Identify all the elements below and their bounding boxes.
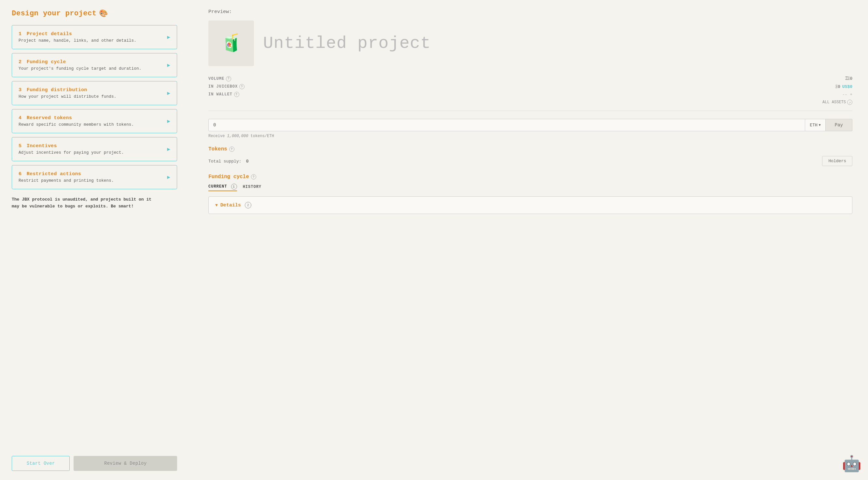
chevron-down-icon: ▼ (819, 123, 821, 127)
step-4-desc: Reward specific community members with t… (19, 122, 134, 127)
project-image: 🧃 (208, 21, 254, 66)
step-1-chevron: ▶ (167, 34, 170, 40)
tokens-row: Total supply: 0 Holders (208, 156, 852, 166)
step-6-desc: Restrict payments and printing tokens. (19, 178, 114, 183)
step-3-title: 3 Funding distribution (19, 87, 116, 93)
step-3-desc: How your project will distribute funds. (19, 94, 116, 99)
volume-row: VOLUME ? ΞΞ0 (208, 76, 852, 82)
step-3-card[interactable]: 3 Funding distribution How your project … (12, 81, 177, 105)
volume-info-icon[interactable]: ? (226, 76, 231, 82)
in-wallet-value: -- + (842, 92, 852, 97)
bottom-buttons: Start Over Review & Deploy (12, 456, 177, 471)
page-title: Design your project 🎨 (12, 9, 177, 18)
total-supply: Total supply: 0 (208, 158, 249, 164)
step-2-chevron: ▶ (167, 62, 170, 68)
pay-row: ETH ▼ Pay (208, 119, 852, 131)
holders-button[interactable]: Holders (822, 156, 852, 166)
step-5-desc: Adjust incentives for paying your projec… (19, 150, 124, 155)
volume-label: VOLUME ? (208, 76, 231, 82)
step-6-title: 6 Restricted actions (19, 171, 114, 177)
review-deploy-button: Review & Deploy (73, 456, 177, 471)
pay-hint: Receive 1,000,000 tokens/ETH (208, 134, 852, 139)
all-assets-row: ALL ASSETS ↗ (208, 100, 852, 105)
step-4-card[interactable]: 4 Reserved tokens Reward specific commun… (12, 109, 177, 133)
step-5-card[interactable]: 5 Incentives Adjust incentives for payin… (12, 137, 177, 161)
right-panel: Preview: 🧃 Untitled project VOLUME ? ΞΞ0 (189, 0, 868, 480)
fc-details-toggle[interactable]: ▼ Details 2 (215, 202, 845, 208)
page-title-text: Design your project (12, 9, 96, 18)
funding-cycle-section: Funding cycle ? CURRENT i HISTORY ▼ Deta… (208, 174, 852, 214)
project-header: 🧃 Untitled project (208, 21, 852, 66)
in-juicebox-usd-value: US$0 (842, 84, 852, 89)
volume-value: ΞΞ0 (845, 76, 852, 82)
step-5-chevron: ▶ (167, 146, 170, 152)
in-juicebox-eth-value: Ξ0 (835, 84, 840, 89)
stats-section: VOLUME ? ΞΞ0 IN JUICEBOX ? Ξ0 US$0 (208, 76, 852, 111)
design-icon: 🎨 (99, 9, 108, 18)
in-wallet-info-icon[interactable]: ? (234, 92, 239, 97)
step-1-title: 1 Project details (19, 31, 136, 37)
in-juicebox-row: IN JUICEBOX ? Ξ0 US$0 (208, 84, 852, 89)
step-2-title: 2 Funding cycle (19, 59, 141, 65)
pay-button[interactable]: Pay (826, 119, 852, 131)
step-2-card[interactable]: 2 Funding cycle Your project's funding c… (12, 53, 177, 77)
step-5-title: 5 Incentives (19, 143, 124, 149)
step-2-desc: Your project's funding cycle target and … (19, 66, 141, 71)
tab-current[interactable]: CURRENT i (208, 184, 237, 191)
funding-cycle-details-card: ▼ Details 2 (208, 197, 852, 214)
start-over-button[interactable]: Start Over (12, 456, 70, 471)
step-6-card[interactable]: 6 Restricted actions Restrict payments a… (12, 165, 177, 189)
fc-details-badge: 2 (245, 202, 251, 208)
tokens-info-icon[interactable]: ? (229, 147, 235, 152)
step-1-desc: Project name, handle, links, and other d… (19, 38, 136, 43)
step-4-chevron: ▶ (167, 118, 170, 124)
funding-cycle-title: Funding cycle ? (208, 174, 852, 180)
in-wallet-label: IN WALLET ? (208, 92, 239, 97)
in-juicebox-info-icon[interactable]: ? (239, 84, 245, 89)
in-juicebox-label: IN JUICEBOX ? (208, 84, 245, 89)
funding-cycle-info-icon[interactable]: ? (251, 174, 256, 179)
pay-input[interactable] (208, 119, 805, 131)
project-name: Untitled project (263, 34, 431, 53)
currency-selector[interactable]: ETH ▼ (805, 119, 825, 131)
step-1-card[interactable]: 1 Project details Project name, handle, … (12, 25, 177, 49)
step-3-chevron: ▶ (167, 90, 170, 96)
tokens-section-title: Tokens ? (208, 146, 852, 152)
fc-details-chevron-icon: ▼ (215, 203, 218, 208)
all-assets-icon: ↗ (847, 100, 852, 105)
tab-history[interactable]: HISTORY (243, 185, 261, 190)
left-panel: Design your project 🎨 1 Project details … (0, 0, 189, 480)
project-emoji: 🧃 (221, 33, 242, 54)
current-tab-badge: i (231, 184, 237, 189)
funding-cycle-tabs: CURRENT i HISTORY (208, 184, 852, 191)
step-6-chevron: ▶ (167, 174, 170, 180)
step-4-title: 4 Reserved tokens (19, 115, 134, 121)
preview-label: Preview: (208, 9, 852, 14)
in-wallet-row: IN WALLET ? -- + (208, 92, 852, 97)
warning-text: The JBX protocol is unaudited, and proje… (12, 197, 177, 210)
all-assets-link[interactable]: ALL ASSETS ↗ (823, 100, 852, 105)
